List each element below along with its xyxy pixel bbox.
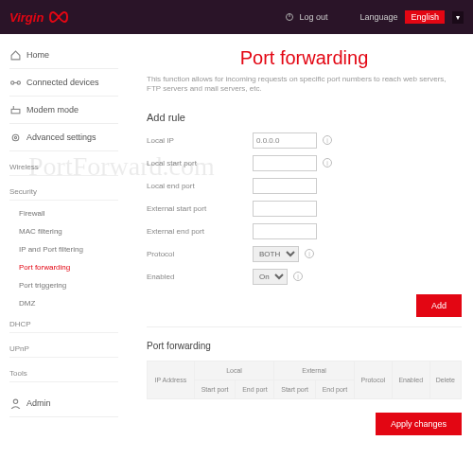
- chevron-down-icon[interactable]: ▾: [452, 11, 464, 24]
- input-local-end[interactable]: [253, 178, 317, 194]
- subnav-item-ipport[interactable]: IP and Port filtering: [9, 240, 118, 258]
- label-local-ip: Local IP: [147, 136, 253, 145]
- input-local-ip[interactable]: [253, 132, 317, 149]
- th-ip: IP Address: [148, 361, 195, 398]
- addrule-heading: Add rule: [147, 112, 462, 123]
- subnav-item-mac[interactable]: MAC filtering: [9, 222, 118, 240]
- sidebar-item-admin[interactable]: Admin: [9, 390, 118, 417]
- svg-point-3: [17, 80, 20, 83]
- svg-point-7: [12, 134, 19, 141]
- subnav-security[interactable]: Security: [9, 180, 118, 201]
- th-delete: Delete: [429, 361, 461, 398]
- sidebar-item-home[interactable]: Home: [9, 42, 118, 69]
- subnav-item-dmz[interactable]: DMZ: [9, 294, 118, 312]
- subnav-wireless[interactable]: Wireless: [9, 155, 118, 176]
- power-icon: [284, 11, 295, 23]
- subnav-item-porttrig[interactable]: Port triggering: [9, 276, 118, 294]
- add-button[interactable]: Add: [416, 294, 462, 317]
- th-enabled: Enabled: [392, 361, 429, 398]
- label-enabled: Enabled: [147, 273, 253, 281]
- sidebar: Home Connected devices Modem mode Advanc…: [0, 34, 118, 464]
- subnav-upnp[interactable]: UPnP: [9, 337, 118, 358]
- th-local-sp: Start port: [194, 379, 236, 398]
- info-icon[interactable]: i: [293, 272, 303, 281]
- language-label: Language: [359, 12, 397, 22]
- select-enabled[interactable]: On: [253, 269, 288, 285]
- th-local-ep: End port: [236, 379, 274, 398]
- info-icon[interactable]: i: [323, 158, 332, 167]
- logout-label: Log out: [299, 12, 327, 22]
- th-ext-ep: End port: [316, 379, 355, 398]
- label-ext-end: External end port: [147, 227, 253, 236]
- input-local-start[interactable]: [253, 155, 317, 171]
- sidebar-item-connected[interactable]: Connected devices: [9, 69, 118, 97]
- sidebar-item-modem[interactable]: Modem mode: [9, 97, 118, 124]
- apply-button[interactable]: Apply changes: [376, 413, 462, 435]
- home-icon: [9, 49, 21, 61]
- th-external: External: [274, 361, 355, 379]
- gear-icon: [9, 132, 21, 143]
- label-local-start: Local start port: [147, 159, 253, 167]
- modem-icon: [9, 104, 21, 115]
- subnav-item-portfwd[interactable]: Port forwarding: [9, 258, 118, 276]
- sidebar-item-advanced[interactable]: Advanced settings: [9, 124, 118, 151]
- page-desc: This function allows for incoming reques…: [147, 75, 462, 95]
- logo: Virgin: [9, 10, 70, 25]
- th-local: Local: [194, 361, 274, 379]
- subnav-tools[interactable]: Tools: [9, 361, 118, 382]
- logout-link[interactable]: Log out: [284, 11, 327, 23]
- input-ext-start[interactable]: [253, 201, 317, 217]
- language-select[interactable]: English: [405, 10, 445, 24]
- th-proto: Protocol: [354, 361, 392, 398]
- port-table: IP Address Local External Protocol Enabl…: [147, 361, 462, 399]
- info-icon[interactable]: i: [305, 249, 314, 258]
- subnav-dhcp[interactable]: DHCP: [9, 312, 118, 333]
- subnav-item-firewall[interactable]: Firewall: [9, 204, 118, 222]
- th-ext-sp: Start port: [274, 379, 316, 398]
- svg-rect-5: [11, 109, 20, 113]
- label-local-end: Local end port: [147, 182, 253, 190]
- table-heading: Port forwarding: [147, 341, 462, 351]
- svg-point-9: [13, 399, 17, 403]
- label-ext-start: External start port: [147, 204, 253, 213]
- main-content: Port forwarding This function allows for…: [118, 34, 473, 464]
- info-icon[interactable]: i: [323, 135, 332, 145]
- page-title: Port forwarding: [147, 47, 462, 69]
- devices-icon: [9, 77, 21, 88]
- input-ext-end[interactable]: [253, 223, 317, 239]
- svg-point-2: [10, 80, 13, 83]
- user-icon: [9, 397, 21, 409]
- select-protocol[interactable]: BOTH: [253, 246, 299, 262]
- svg-point-8: [14, 136, 16, 138]
- label-protocol: Protocol: [147, 250, 253, 258]
